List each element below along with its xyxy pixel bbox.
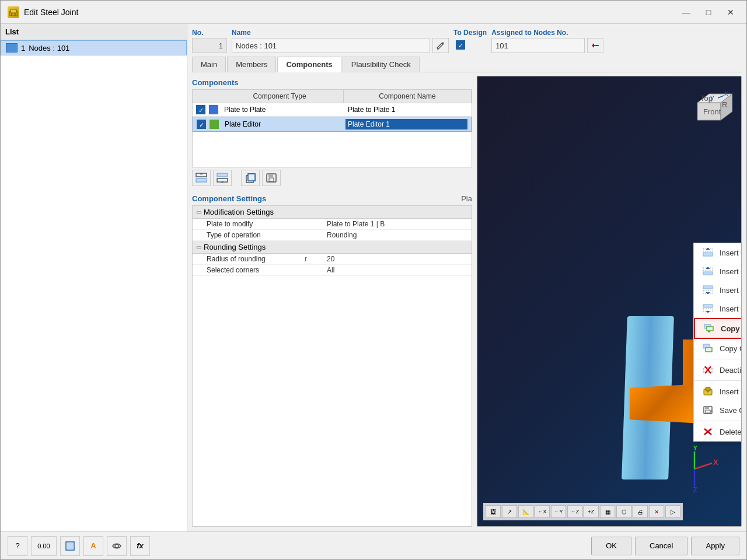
collapse-btn-1[interactable]: ▭	[196, 209, 201, 215]
ctx-delete[interactable]: Delete Component	[694, 422, 742, 441]
name-label: Name	[232, 29, 449, 37]
col-name-header: Component Name	[344, 90, 472, 103]
vp-btn-print[interactable]: 🖨	[633, 505, 648, 518]
vp-btn-x2[interactable]: ✕	[649, 505, 664, 518]
maximize-button[interactable]: □	[700, 5, 717, 20]
row1-name: Plate to Plate 1	[348, 106, 468, 114]
to-design-checkbox[interactable]: ✓	[456, 40, 465, 50]
vp-btn-arrow[interactable]: ↗	[502, 505, 517, 518]
tab-members[interactable]: Members	[227, 57, 276, 72]
minimize-button[interactable]: —	[678, 5, 695, 20]
to-design-label: To Design	[453, 29, 487, 37]
title-bar: Edit Steel Joint — □ ✕	[1, 1, 746, 24]
deactivate-icon	[702, 364, 714, 376]
vp-btn-y[interactable]: ←Y	[551, 505, 566, 518]
name-edit-button[interactable]	[432, 38, 449, 53]
name-input[interactable]	[232, 38, 430, 53]
assigned-input[interactable]	[491, 38, 585, 53]
svg-text:Z: Z	[693, 485, 697, 492]
svg-rect-7	[217, 173, 228, 177]
insert-begin-icon	[702, 247, 714, 258]
text-button[interactable]: A	[83, 536, 103, 556]
row1-checkbox[interactable]: ✓	[196, 105, 205, 114]
save-btn[interactable]	[262, 170, 281, 186]
setting-val-4: All	[327, 266, 468, 274]
settings-section: Component Settings Pla ▭ Modification Se…	[192, 192, 472, 527]
settings-group-2-label: Rounding Settings	[204, 243, 266, 251]
insert-above-btn[interactable]	[192, 170, 211, 186]
library-icon	[702, 386, 714, 397]
row2-checkbox[interactable]: ✓	[197, 120, 206, 129]
copy-btn[interactable]	[241, 170, 260, 186]
tab-main[interactable]: Main	[192, 57, 226, 72]
vp-btn-hex[interactable]: ⬡	[616, 505, 631, 518]
svg-rect-14	[269, 178, 274, 181]
ctx-insert-above[interactable]: Insert Component Above	[694, 262, 742, 281]
svg-text:X: X	[713, 458, 718, 467]
row2-name: Plate Editor 1	[345, 119, 467, 130]
components-title: Components	[192, 76, 472, 89]
tabs: Main Members Components Plausibility Che…	[192, 57, 742, 72]
eye-button[interactable]	[107, 536, 127, 556]
list-item[interactable]: 1 Nodes : 101	[1, 40, 187, 55]
display-button[interactable]	[60, 536, 80, 556]
assigned-group: Assigned to Nodes No.	[491, 29, 603, 53]
ctx-save-template-label: Save Components as Template	[720, 406, 742, 415]
vp-btn-plus-z[interactable]: +Z	[584, 505, 599, 518]
ctx-insert-library[interactable]: Insert Components from Library	[694, 382, 742, 401]
ctx-copy-below-label: Copy Components Below	[721, 324, 742, 333]
ctx-insert-end[interactable]: Insert Component at End	[694, 299, 742, 318]
table-row[interactable]: ✓ Plate Editor Plate Editor 1	[193, 117, 472, 132]
ok-button[interactable]: OK	[591, 537, 631, 555]
svg-text:y: y	[710, 93, 714, 102]
table-row[interactable]: ✓ Plate to Plate Plate to Plate 1	[193, 103, 472, 117]
ctx-copy-end[interactable]: Copy Components at End	[694, 339, 742, 358]
ctx-insert-beginning[interactable]: Insert Component at Beginning	[694, 243, 742, 262]
ctx-insert-beginning-label: Insert Component at Beginning	[720, 249, 742, 257]
table-header: Component Type Component Name	[193, 90, 472, 103]
svg-text:R: R	[722, 100, 727, 109]
context-menu: Insert Component at Beginning Insert Com…	[693, 243, 742, 442]
help-button[interactable]: ?	[8, 536, 27, 556]
vp-btn-grid[interactable]: ▦	[600, 505, 615, 518]
apply-button[interactable]: Apply	[691, 537, 739, 555]
row1-type: Plate to Plate	[224, 106, 344, 114]
collapse-btn-2[interactable]: ▭	[196, 244, 201, 250]
vp-btn-render[interactable]: 🖼	[486, 505, 501, 518]
name-group: Name	[232, 29, 449, 53]
table-empty	[193, 132, 472, 167]
insert-below-btn[interactable]	[213, 170, 232, 186]
tab-plausibility[interactable]: Plausibility Check	[343, 57, 420, 72]
cancel-button[interactable]: Cancel	[635, 537, 687, 555]
ctx-insert-below[interactable]: Insert Component Below	[694, 281, 742, 299]
row1-color	[209, 105, 218, 114]
vp-btn-measure[interactable]: 📐	[518, 505, 533, 518]
insert-end-icon	[702, 303, 714, 314]
ctx-copy-below[interactable]: Copy Components Below	[694, 318, 742, 339]
ctx-library-label: Insert Components from Library	[720, 387, 742, 396]
close-button[interactable]: ✕	[722, 5, 739, 20]
svg-rect-51	[706, 410, 710, 413]
ctx-deactivate[interactable]: Deactivate Components	[694, 360, 742, 379]
settings-row-2: Type of operation Rounding	[193, 230, 472, 241]
assigned-select-button[interactable]	[587, 38, 603, 53]
value-button[interactable]: 0.00	[31, 536, 57, 556]
svg-rect-33	[703, 272, 713, 275]
ctx-save-template[interactable]: Save Components as Template	[694, 401, 742, 419]
viewport-panel: X Y Z	[477, 76, 742, 527]
vp-btn-x[interactable]: ←X	[535, 505, 550, 518]
svg-rect-30	[703, 253, 713, 256]
svg-rect-13	[268, 174, 273, 177]
left-panel: List 1 Nodes : 101	[1, 24, 187, 531]
svg-rect-41	[706, 348, 712, 352]
formula-button[interactable]: fx	[130, 536, 150, 556]
orientation-cube[interactable]: Front Top R y x	[686, 85, 732, 134]
setting-key-3: Radius of rounding	[207, 255, 300, 263]
tab-components[interactable]: Components	[277, 57, 341, 72]
bottom-toolbar: ? 0.00 A fx OK Cancel Apply	[1, 531, 746, 559]
list-empty-area	[1, 55, 187, 531]
vp-btn-play[interactable]: ▷	[665, 505, 680, 518]
settings-title: Component Settings	[192, 194, 266, 203]
no-input[interactable]	[192, 38, 227, 53]
vp-btn-z[interactable]: ←Z	[567, 505, 582, 518]
